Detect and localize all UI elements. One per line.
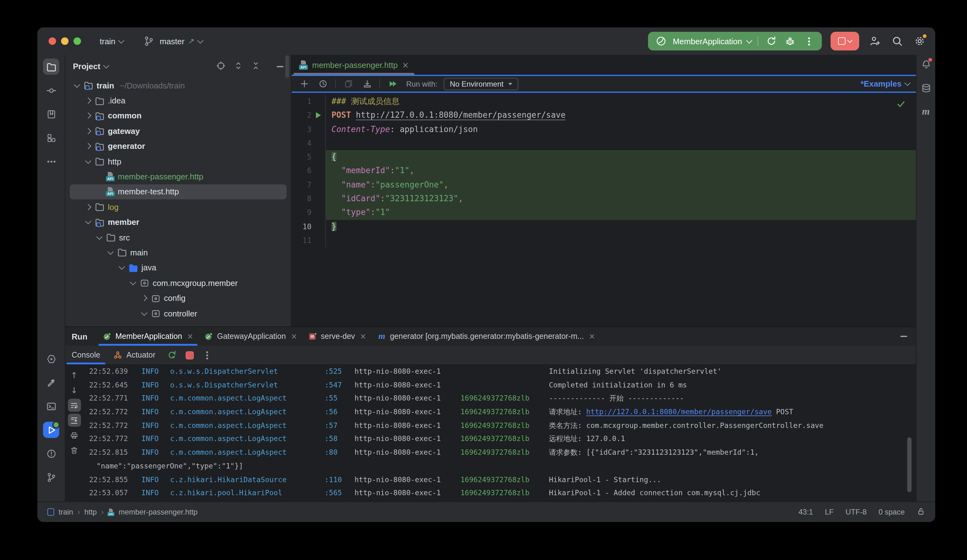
tree-row[interactable]: main: [65, 245, 291, 260]
project-widget[interactable]: train: [96, 34, 127, 48]
tree-row[interactable]: APImember-passenger.http: [65, 169, 291, 184]
code-line[interactable]: 5{: [292, 150, 916, 164]
chevron-down-icon[interactable]: [107, 249, 114, 255]
chevron-down-icon[interactable]: [85, 218, 91, 224]
bookmarks-tool-icon[interactable]: [43, 106, 59, 122]
status-widget[interactable]: 43:1: [799, 508, 813, 516]
close-tab-icon[interactable]: ×: [589, 333, 595, 340]
maven-tool-icon[interactable]: m: [919, 105, 933, 119]
rerun-application-icon[interactable]: [165, 348, 179, 362]
chevron-right-icon[interactable]: [85, 204, 91, 210]
close-tab-icon[interactable]: ×: [402, 61, 409, 69]
close-tab-icon[interactable]: ×: [360, 333, 366, 340]
run-request-icon[interactable]: [312, 109, 325, 123]
git-tool-icon[interactable]: [43, 469, 59, 485]
run-tab[interactable]: MemberApplication×: [97, 327, 199, 346]
tree-row[interactable]: generator: [65, 138, 291, 154]
code-line[interactable]: 4: [292, 137, 916, 150]
chevron-down-icon[interactable]: [119, 264, 125, 270]
tree-row[interactable]: java: [65, 260, 291, 275]
tree-row[interactable]: com.mcxgroup.member: [65, 275, 291, 291]
chevron-down-icon[interactable]: [85, 158, 91, 164]
close-tab-icon[interactable]: ×: [187, 333, 193, 340]
console-scrollbar[interactable]: [907, 437, 911, 492]
chevron-down-icon[interactable]: [130, 279, 136, 285]
tree-row[interactable]: log: [65, 199, 291, 214]
tree-scrollbar[interactable]: [285, 56, 289, 78]
run-tab[interactable]: serve-dev×: [303, 327, 372, 346]
status-widget[interactable]: UTF-8: [845, 508, 867, 516]
database-tool-icon[interactable]: [919, 81, 933, 95]
chevron-right-icon[interactable]: [85, 128, 91, 134]
print-icon[interactable]: [68, 428, 81, 441]
code-line[interactable]: 1### 测试成员信息: [292, 95, 916, 109]
tree-row[interactable]: src: [65, 230, 291, 245]
services-tool-icon[interactable]: [43, 351, 59, 367]
chevron-down-icon[interactable]: [74, 82, 80, 88]
copy-icon[interactable]: [342, 77, 355, 90]
tab-actuator[interactable]: Actuator: [107, 346, 162, 364]
run-tab[interactable]: GatewayApplication×: [199, 327, 303, 346]
next-occurrence-icon[interactable]: ↓: [68, 384, 81, 397]
tree-row[interactable]: http: [65, 154, 291, 169]
search-everywhere-icon[interactable]: [890, 34, 904, 48]
lock-icon[interactable]: [916, 507, 925, 517]
chevron-right-icon[interactable]: [85, 97, 91, 104]
breadcrumb-item[interactable]: member-passenger.http: [119, 508, 198, 516]
tree-row[interactable]: config: [65, 291, 291, 306]
tree-row[interactable]: member: [65, 214, 291, 230]
build-tool-icon[interactable]: [43, 374, 59, 390]
run-tab[interactable]: mgenerator [org.mybatis.generator:mybati…: [372, 327, 601, 346]
close-window-button[interactable]: [49, 37, 56, 45]
code-line[interactable]: 6 "memberId":"1",: [292, 164, 916, 178]
scroll-to-end-icon[interactable]: [68, 413, 81, 427]
soft-wrap-icon[interactable]: [68, 399, 81, 412]
chevron-down-icon[interactable]: [141, 309, 147, 316]
structure-tool-icon[interactable]: [43, 130, 59, 146]
terminal-tool-icon[interactable]: [43, 398, 59, 414]
code-line[interactable]: 9 "type":"1": [292, 206, 916, 220]
tree-row[interactable]: .idea: [65, 93, 291, 109]
tree-row[interactable]: train~/Downloads/train: [65, 78, 291, 93]
hide-panel-icon[interactable]: [277, 66, 284, 67]
code-editor[interactable]: 1### 测试成员信息2POST http://127.0.0.1:8080/m…: [292, 93, 916, 326]
expand-all-icon[interactable]: [234, 61, 243, 72]
examples-dropdown[interactable]: *Examples: [860, 79, 910, 89]
clear-console-icon[interactable]: [68, 443, 81, 456]
console-options-icon[interactable]: [200, 348, 214, 362]
debug-icon[interactable]: [783, 34, 797, 48]
prev-occurrence-icon[interactable]: ↑: [68, 369, 81, 382]
hide-run-panel-icon[interactable]: [900, 336, 907, 337]
chevron-right-icon[interactable]: [141, 295, 147, 301]
status-widget[interactable]: LF: [825, 508, 834, 516]
minimize-window-button[interactable]: [61, 37, 69, 45]
add-request-icon[interactable]: [298, 77, 310, 90]
run-all-requests-icon[interactable]: [386, 77, 399, 90]
stop-application-icon[interactable]: [183, 348, 196, 362]
breadcrumb-item[interactable]: train: [59, 508, 73, 516]
collapse-all-icon[interactable]: [251, 61, 261, 72]
tab-console[interactable]: Console: [65, 346, 107, 364]
vcs-branch-widget[interactable]: master ↗: [139, 32, 206, 51]
rerun-icon[interactable]: [764, 34, 778, 48]
more-tools-icon[interactable]: [43, 153, 59, 170]
code-line[interactable]: 10}: [292, 219, 916, 234]
tree-row[interactable]: controller: [65, 306, 291, 321]
open-log-icon[interactable]: [361, 77, 373, 90]
locate-file-icon[interactable]: [216, 61, 226, 72]
run-configuration-widget[interactable]: MemberApplication: [648, 32, 822, 51]
status-widget[interactable]: 0 space: [878, 508, 905, 516]
tree-row[interactable]: gateway: [65, 124, 291, 138]
request-history-icon[interactable]: [317, 77, 329, 90]
code-line[interactable]: 2POST http://127.0.0.1:8080/member/passe…: [292, 109, 916, 123]
project-tool-icon[interactable]: [43, 59, 59, 75]
chevron-right-icon[interactable]: [85, 113, 91, 119]
breadcrumb-item[interactable]: http: [84, 508, 97, 516]
zoom-window-button[interactable]: [74, 37, 81, 45]
environment-dropdown[interactable]: No Environment: [444, 77, 518, 90]
tree-row[interactable]: APImember-test.http: [70, 184, 287, 199]
log-link[interactable]: http://127.0.0.1:8080/member/passenger/s…: [586, 407, 772, 416]
close-tab-icon[interactable]: ×: [291, 333, 297, 340]
code-with-me-icon[interactable]: [868, 34, 882, 48]
inspections-ok-icon[interactable]: [896, 99, 906, 109]
